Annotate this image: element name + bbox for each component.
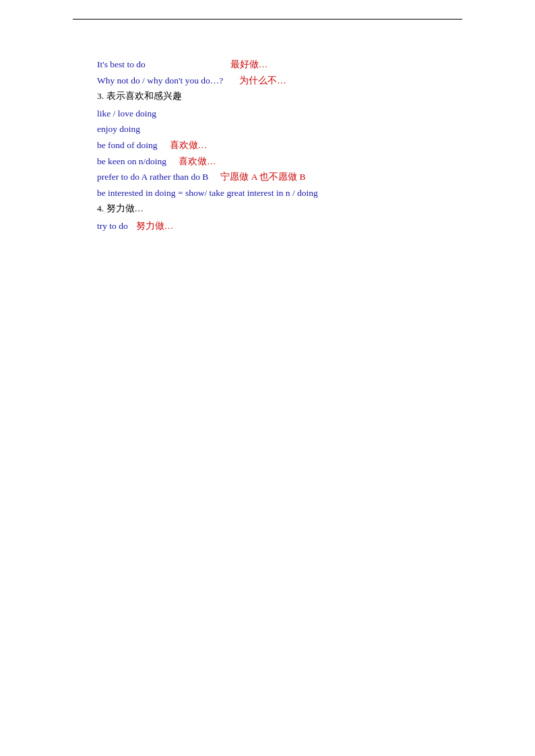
phrase-why-not: Why not do / why don't you do…? <box>97 73 223 88</box>
phrase-keen: be keen on n/doing <box>97 154 166 169</box>
phrase-its-best: It's best to do <box>97 57 146 72</box>
line-prefer: prefer to do A rather than do B 宁愿做 A 也不… <box>97 170 318 184</box>
line-enjoy: enjoy doing <box>97 122 318 137</box>
phrase-enjoy: enjoy doing <box>97 122 140 137</box>
section-3-header: 3. 表示喜欢和感兴趣 <box>97 89 318 105</box>
section-4-label: 4. 努力做… <box>97 201 144 216</box>
top-border <box>73 19 462 20</box>
line-keen: be keen on n/doing 喜欢做… <box>97 154 318 169</box>
chinese-keen: 喜欢做… <box>179 154 216 169</box>
chinese-prefer: 宁愿做 A 也不愿做 B <box>220 170 305 184</box>
chinese-why-not: 为什么不… <box>239 73 286 88</box>
section-4-header: 4. 努力做… <box>97 201 318 217</box>
line-1: It's best to do 最好做… <box>97 57 318 72</box>
chinese-try: 努力做… <box>136 219 174 234</box>
phrase-fond: be fond of doing <box>97 138 158 153</box>
chinese-its-best: 最好做… <box>230 57 268 72</box>
phrase-try: try to do <box>97 219 128 234</box>
line-fond: be fond of doing 喜欢做… <box>97 138 318 153</box>
line-like: like / love doing <box>97 106 318 121</box>
phrase-interested: be interested in doing = show/ take grea… <box>97 186 318 201</box>
section-3-label: 3. 表示喜欢和感兴趣 <box>97 89 182 104</box>
chinese-fond: 喜欢做… <box>170 138 208 153</box>
line-2: Why not do / why don't you do…? 为什么不… <box>97 73 318 88</box>
line-interested: be interested in doing = show/ take grea… <box>97 186 318 201</box>
phrase-like-love: like / love doing <box>97 106 156 121</box>
line-try: try to do 努力做… <box>97 219 318 234</box>
phrase-prefer: prefer to do A rather than do B <box>97 170 208 184</box>
content-area: It's best to do 最好做… Why not do / why do… <box>97 57 318 235</box>
